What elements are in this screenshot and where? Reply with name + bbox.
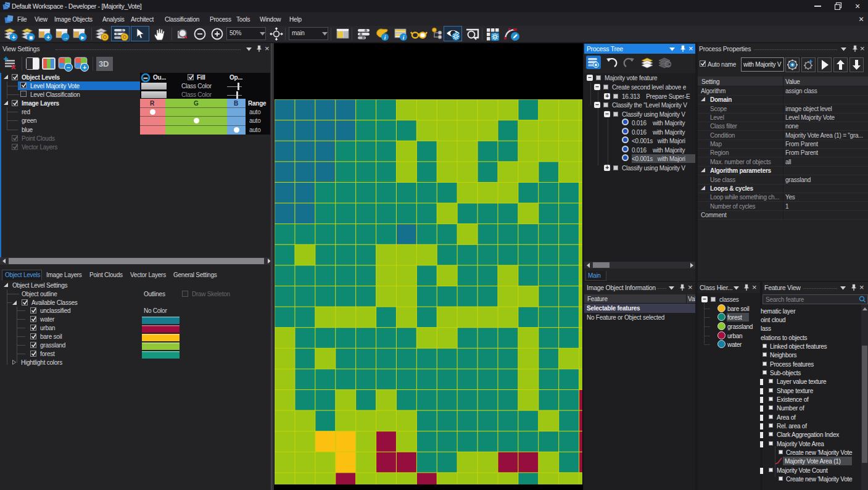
svg-text:+: + <box>83 64 86 71</box>
svg-text:→: → <box>62 34 68 41</box>
svg-text:−: − <box>67 64 70 71</box>
svg-text:+: + <box>12 34 15 41</box>
svg-text:■: ■ <box>29 34 33 41</box>
svg-text:+: + <box>46 34 50 41</box>
